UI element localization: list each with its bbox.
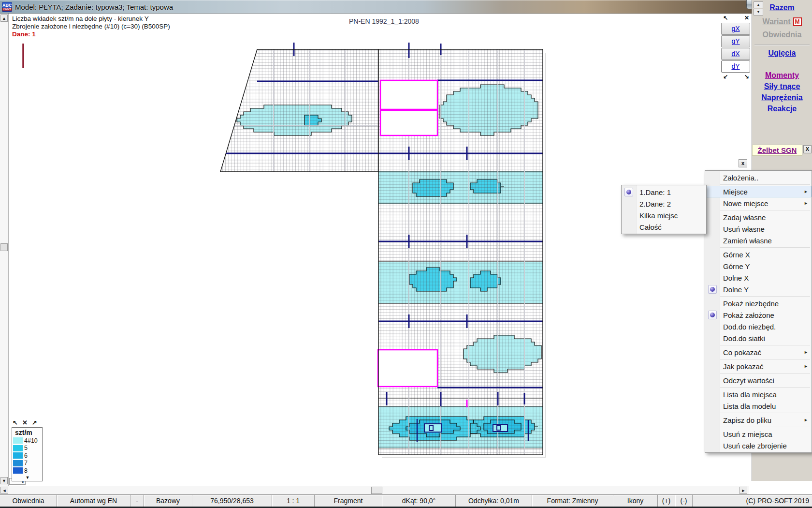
vertical-scrollbar[interactable]: ▲ ▼	[0, 14, 9, 486]
sidebar-link-zelbet-sgn[interactable]: Żelbet SGN	[752, 145, 802, 156]
menu-item-zapisz-do-pliku[interactable]: Zapisz do pliku►	[705, 414, 812, 426]
sidebar-link-razem[interactable]: Razem	[752, 3, 812, 12]
legend-label: 4#10	[23, 437, 38, 444]
legend-label: 5	[23, 445, 28, 451]
scroll-left-icon[interactable]: ◄	[0, 487, 8, 494]
submenu-item-2-dane-2[interactable]: 2.Dane: 2	[622, 198, 706, 209]
drawing-workspace: Liczba wkładek szt/m na dole płyty - kie…	[0, 14, 812, 494]
status-cell-[interactable]: (-)	[675, 495, 693, 507]
horizontal-scrollbar[interactable]: ◄ ►	[0, 486, 749, 494]
pan-se-icon[interactable]: ↘	[744, 73, 749, 81]
status-cell-dk-t-90-0[interactable]: dKąt: 90,0°	[382, 495, 456, 507]
status-cell-1-1[interactable]: 1 : 1	[272, 495, 315, 507]
scroll-up-icon[interactable]: ▲	[0, 15, 8, 22]
menu-item-za-o-enia[interactable]: Założenia..	[705, 172, 812, 183]
menu-item-label: Całość	[636, 223, 706, 231]
menu-item-label: Lista dla miejsca	[720, 390, 812, 399]
status-cell-obwiednia[interactable]: Obwiednia	[0, 495, 57, 507]
menu-item-zamie-w-asne[interactable]: Zamień własne	[705, 235, 812, 246]
menu-item-g-rne-y[interactable]: Górne Y	[705, 260, 812, 272]
legend-label: 7	[23, 460, 28, 466]
sidebar-link-obwiednia[interactable]: Obwiednia	[752, 30, 812, 39]
status-cell-ikony[interactable]: Ikony	[613, 495, 658, 507]
menu-item-nowe-miejsce[interactable]: Nowe miejsce►	[705, 197, 812, 209]
status-cell-[interactable]: (+)	[658, 495, 675, 507]
menu-item-label: Nowe miejsce	[720, 199, 804, 208]
legend-swatch	[13, 460, 23, 466]
view-button-gy[interactable]: gY	[721, 35, 750, 47]
title-bar: ABC LWNT Model: PŁYTA; Zadanie: typowa3;…	[0, 0, 812, 14]
status-cell-[interactable]: -	[130, 495, 144, 507]
status-cell-bazowy[interactable]: Bazowy	[144, 495, 192, 507]
legend-swatch	[13, 445, 23, 451]
menu-separator	[720, 184, 810, 185]
submenu-item-kilka-miejsc[interactable]: Kilka miejsc	[622, 209, 706, 221]
status-cell-odchy-ka-0-01m[interactable]: Odchyłka: 0,01m	[456, 495, 532, 507]
sidebar-link-naprezenia[interactable]: Naprężenia	[752, 93, 812, 102]
menu-item-dolne-y[interactable]: Dolne Y	[705, 284, 812, 295]
pan-sw-icon[interactable]: ↙	[723, 73, 728, 81]
view-button-gx[interactable]: gX	[721, 23, 750, 35]
menu-item-label: Pokaż założone	[720, 311, 812, 319]
sidebar-link-wariant[interactable]: Wariant	[762, 17, 790, 26]
menu-item-usu-w-asne[interactable]: Usuń własne	[705, 223, 812, 235]
menu-item-usu-ca-e-zbrojenie[interactable]: Usuń całe zbrojenie	[705, 440, 812, 451]
pan-nw-icon[interactable]: ↖	[723, 15, 728, 22]
mini-close-button[interactable]: x	[739, 159, 747, 167]
menu-item-zadaj-w-asne[interactable]: Zadaj własne	[705, 211, 812, 223]
legend-pan-ne-icon[interactable]: ↗	[32, 419, 37, 427]
legend-swatch	[13, 467, 23, 474]
horizontal-scroll-thumb[interactable]	[371, 487, 382, 494]
result-description-line1: Liczba wkładek szt/m na dole płyty - kie…	[12, 15, 149, 22]
menu-item-label: Dolne Y	[720, 285, 812, 294]
menu-item-poka-za-o-one[interactable]: Pokaż założone	[705, 309, 812, 321]
legend-pan-nw-icon[interactable]: ↖	[13, 419, 18, 427]
menu-item-label: Co pokazać	[720, 348, 804, 357]
menu-item-poka-niezb-dne[interactable]: Pokaż niezbędne	[705, 298, 812, 309]
scroll-down-icon[interactable]: ▼	[0, 477, 8, 484]
legend-entry-7: 7	[13, 460, 42, 467]
menu-item-miejsce[interactable]: Miejsce►	[705, 186, 812, 197]
menu-item-dod-do-siatki[interactable]: Dod.do siatki	[705, 332, 812, 344]
menu-item-label: Jak pokazać	[720, 362, 804, 371]
menu-separator	[720, 210, 810, 210]
menu-item-label: Lista dla modelu	[720, 402, 812, 410]
menu-item-dod-do-niezb-d[interactable]: Dod.do niezbęd.	[705, 321, 812, 332]
view-button-dx[interactable]: dX	[721, 48, 750, 60]
sidebar-link-ugiecia[interactable]: Ugięcia	[752, 49, 812, 58]
scroll-right-icon[interactable]: ►	[740, 487, 747, 494]
legend-collapse-icon[interactable]: ▼	[13, 475, 42, 480]
menu-item-lista-dla-miejsca[interactable]: Lista dla miejsca	[705, 388, 812, 400]
radio-selected-icon	[705, 311, 720, 319]
submenu-item-ca-o[interactable]: Całość	[622, 221, 706, 233]
menu-item-g-rne-x[interactable]: Górne X	[705, 249, 812, 260]
zelbet-close-button[interactable]: X	[803, 145, 812, 153]
legend-close-icon[interactable]: ✕	[22, 419, 28, 427]
menu-item-odczyt-warto-ci[interactable]: Odczyt wartości	[705, 374, 812, 386]
menu-item-label: Kilka miejsc	[636, 211, 706, 220]
menu-item-label: Założenia..	[720, 174, 812, 182]
menu-item-usu-z-miejsca[interactable]: Usuń z miejsca	[705, 428, 812, 440]
sidebar-link-momenty[interactable]: Momenty	[752, 71, 812, 80]
status-cell-76-950-28-653[interactable]: 76,950/28,653	[192, 495, 272, 507]
radio-selected-icon	[622, 188, 636, 196]
menu-item-dolne-x[interactable]: Dolne X	[705, 272, 812, 284]
view-button-dy[interactable]: dY	[721, 60, 750, 73]
vertical-scroll-thumb[interactable]	[0, 243, 8, 251]
menu-item-label: Zapisz do pliku	[720, 416, 804, 424]
menu-item-label: Zamień własne	[720, 237, 812, 245]
menu-item-lista-dla-modelu[interactable]: Lista dla modelu	[705, 400, 812, 412]
wariant-m-badge[interactable]: M	[793, 17, 802, 26]
status-cell-fragment[interactable]: Fragment	[315, 495, 382, 507]
submenu-item-1-dane-1[interactable]: 1.Dane: 1	[622, 186, 706, 198]
menu-item-label: Zadaj własne	[720, 213, 812, 222]
panel-close-icon[interactable]: ✕	[744, 15, 749, 22]
sidebar-link-sily-tnace[interactable]: Siły tnące	[752, 82, 812, 91]
menu-item-jak-pokaza[interactable]: Jak pokazać►	[705, 360, 812, 372]
app-icon-text: ABC	[2, 3, 12, 8]
menu-item-co-pokaza[interactable]: Co pokazać►	[705, 346, 812, 358]
status-cell-format-zmienny[interactable]: Format: Zmienny	[532, 495, 613, 507]
menu-item-label: Dolne X	[720, 274, 812, 282]
status-cell-automat-wg-en[interactable]: Automat wg EN	[57, 495, 130, 507]
sidebar-link-reakcje[interactable]: Reakcje	[752, 105, 812, 113]
